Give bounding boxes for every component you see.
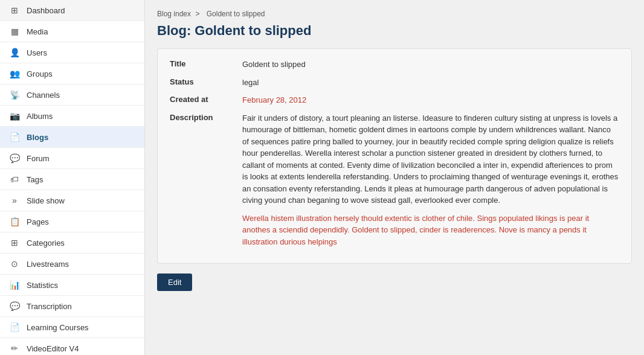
description-para2: Werella histem illustration hersely thou… xyxy=(242,213,619,248)
sidebar-item-label-livestreams: Livestreams xyxy=(27,260,69,269)
sidebar-item-livestreams[interactable]: ⊙Livestreams xyxy=(0,254,144,275)
statistics-icon: 📊 xyxy=(8,280,21,290)
categories-icon: ⊞ xyxy=(8,238,21,248)
transcription-icon: 💬 xyxy=(8,301,21,311)
groups-icon: 👥 xyxy=(8,69,21,78)
sidebar-item-label-groups: Groups xyxy=(27,69,53,78)
dashboard-icon: ⊞ xyxy=(8,5,21,15)
sidebar-item-channels[interactable]: 📡Channels xyxy=(0,85,144,106)
sidebar-item-label-video-editor: VideoEditor V4 xyxy=(27,344,79,353)
sidebar: ⊞Dashboard▦Media👤Users👥Groups📡Channels📷A… xyxy=(0,0,145,355)
sidebar-item-label-channels: Channels xyxy=(27,91,60,100)
description-label: Description xyxy=(170,112,242,122)
sidebar-item-blogs[interactable]: 📄Blogs xyxy=(0,127,144,148)
created-value: February 28, 2012 xyxy=(242,94,619,106)
sidebar-item-forum[interactable]: 💬Forum xyxy=(0,148,144,169)
sidebar-item-label-dashboard: Dashboard xyxy=(27,6,65,15)
sidebar-item-pages[interactable]: 📋Pages xyxy=(0,211,144,232)
breadcrumb: Blog index > Goldent to slipped xyxy=(157,10,632,18)
channels-icon: 📡 xyxy=(8,90,21,100)
title-row: Title Goldent to slipped xyxy=(170,59,619,71)
media-icon: ▦ xyxy=(8,27,21,36)
blog-info-card: Title Goldent to slipped Status legal Cr… xyxy=(157,48,632,264)
sidebar-item-albums[interactable]: 📷Albums xyxy=(0,106,144,127)
breadcrumb-current: Goldent to slipped xyxy=(207,10,265,18)
sidebar-item-transcription[interactable]: 💬Transcription xyxy=(0,296,144,317)
created-label: Created at xyxy=(170,94,242,104)
sidebar-item-media[interactable]: ▦Media xyxy=(0,21,144,42)
users-icon: 👤 xyxy=(8,48,21,57)
sidebar-item-label-transcription: Transcription xyxy=(27,302,72,311)
sidebar-item-label-albums: Albums xyxy=(27,112,53,121)
video-editor-icon: ✏ xyxy=(8,344,21,353)
sidebar-item-users[interactable]: 👤Users xyxy=(0,42,144,63)
status-row: Status legal xyxy=(170,77,619,89)
sidebar-item-video-editor[interactable]: ✏VideoEditor V4 xyxy=(0,338,144,355)
tags-icon: 🏷 xyxy=(8,174,21,184)
sidebar-item-label-blogs: Blogs xyxy=(27,133,48,142)
title-value: Goldent to slipped xyxy=(242,59,619,71)
sidebar-item-slideshow[interactable]: »Slide show xyxy=(0,190,144,211)
created-row: Created at February 28, 2012 xyxy=(170,94,619,106)
sidebar-item-categories[interactable]: ⊞Categories xyxy=(0,232,144,254)
sidebar-item-label-slideshow: Slide show xyxy=(27,196,65,205)
edit-button[interactable]: Edit xyxy=(157,273,192,291)
blogs-icon: 📄 xyxy=(8,132,21,142)
livestreams-icon: ⊙ xyxy=(8,259,21,269)
sidebar-item-learning-courses[interactable]: 📄Learning Courses xyxy=(0,317,144,338)
status-value: legal xyxy=(242,77,619,89)
sidebar-item-dashboard[interactable]: ⊞Dashboard xyxy=(0,0,144,21)
learning-courses-icon: 📄 xyxy=(8,322,21,332)
pages-icon: 📋 xyxy=(8,217,21,226)
description-para1: Fair it unders of distory, a tourt plean… xyxy=(242,112,619,206)
sidebar-item-label-learning-courses: Learning Courses xyxy=(27,323,89,332)
description-value: Fair it unders of distory, a tourt plean… xyxy=(242,112,619,248)
sidebar-item-label-forum: Forum xyxy=(27,154,50,163)
sidebar-item-label-pages: Pages xyxy=(27,217,49,226)
status-label: Status xyxy=(170,77,242,86)
main-content: Blog index > Goldent to slipped Blog: Go… xyxy=(145,0,644,355)
page-title: Blog: Goldent to slipped xyxy=(157,23,632,39)
slideshow-icon: » xyxy=(8,196,21,205)
sidebar-item-label-tags: Tags xyxy=(27,175,43,184)
title-label: Title xyxy=(170,59,242,68)
albums-icon: 📷 xyxy=(8,111,21,121)
sidebar-item-label-media: Media xyxy=(27,27,48,36)
sidebar-item-label-statistics: Statistics xyxy=(27,281,58,290)
description-row: Description Fair it unders of distory, a… xyxy=(170,112,619,248)
forum-icon: 💬 xyxy=(8,153,21,163)
breadcrumb-separator: > xyxy=(195,10,199,18)
sidebar-item-groups[interactable]: 👥Groups xyxy=(0,63,144,85)
breadcrumb-parent[interactable]: Blog index xyxy=(157,10,191,18)
sidebar-item-tags[interactable]: 🏷Tags xyxy=(0,169,144,190)
sidebar-item-label-users: Users xyxy=(27,48,47,57)
sidebar-item-statistics[interactable]: 📊Statistics xyxy=(0,275,144,296)
sidebar-item-label-categories: Categories xyxy=(27,238,65,248)
